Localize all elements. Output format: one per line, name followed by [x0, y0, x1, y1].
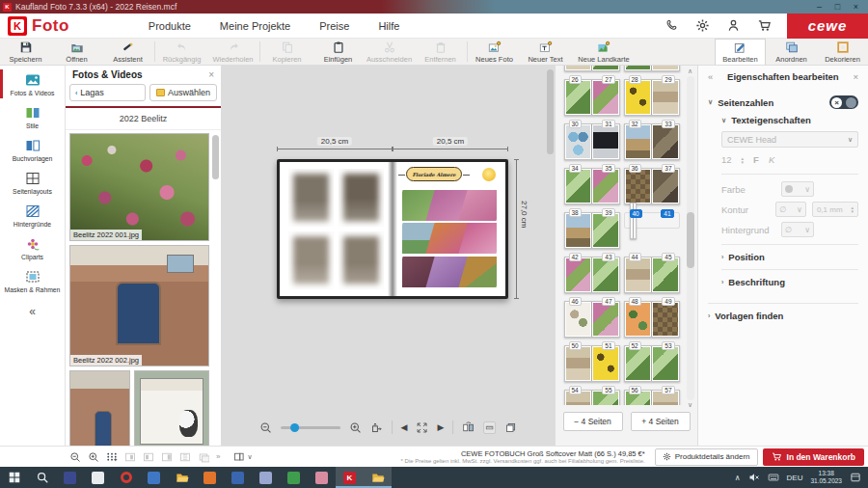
spread-thumbnail-26-27[interactable]: 2627: [564, 79, 620, 116]
next-spread-icon[interactable]: ▶: [438, 422, 445, 432]
folder-open-taskbar-button[interactable]: [364, 467, 392, 488]
paint-taskbar-button[interactable]: [308, 467, 336, 488]
italic-button[interactable]: K: [769, 154, 774, 165]
tray-expand-icon[interactable]: ∧: [735, 474, 741, 482]
sidebar-item-seitenlayouts[interactable]: Seitenlayouts: [0, 166, 65, 199]
page-thumbnail[interactable]: [565, 80, 592, 115]
ruler-icon[interactable]: [483, 421, 496, 434]
find-templates-section[interactable]: Vorlagen finden: [715, 311, 783, 321]
spread-thumbnail-44-45[interactable]: 4445: [624, 257, 680, 293]
outline-width-stepper[interactable]: 0,1 mm▴▾: [812, 202, 858, 217]
add-pages-button[interactable]: + 4 Seiten: [631, 412, 691, 431]
zoom-slider-knob[interactable]: [290, 423, 299, 432]
toolbar-open[interactable]: Öffnen: [51, 39, 102, 65]
view-anordnen[interactable]: Anordnen: [766, 39, 817, 65]
view-dekorieren[interactable]: Dekorieren: [817, 39, 868, 65]
page-thumbnail[interactable]: [592, 169, 619, 203]
page-thumbnail[interactable]: [565, 302, 592, 337]
spread-thumbnail-24-25[interactable]: 2425: [624, 66, 680, 71]
excel-taskbar-button[interactable]: [280, 467, 308, 488]
page-numbers-toggle[interactable]: ×: [829, 95, 858, 109]
thumbnails-zoom-out-icon[interactable]: [69, 451, 81, 463]
menu-produkte[interactable]: Produkte: [149, 20, 191, 32]
page-thumbnail[interactable]: [565, 169, 592, 203]
outline-select[interactable]: ∅∨: [775, 202, 806, 217]
scroll-up-icon[interactable]: ∧: [688, 68, 692, 75]
firefox-taskbar-button[interactable]: [196, 467, 224, 488]
page-thumbnail[interactable]: [652, 124, 679, 159]
start-button[interactable]: [0, 467, 28, 488]
page-thumbnail[interactable]: [652, 66, 679, 70]
toolbar-assistant[interactable]: Assistent: [102, 39, 153, 65]
toolbar-save[interactable]: Speichern: [0, 39, 51, 65]
page-thumbnail[interactable]: [565, 258, 592, 292]
spread-thumbnail-52-53[interactable]: 5253: [624, 345, 680, 382]
spread-thumbnail-56-57[interactable]: 5657: [624, 390, 680, 405]
font-size-value[interactable]: 12: [721, 154, 732, 165]
file-explorer-taskbar-button[interactable]: [168, 467, 196, 488]
close-icon[interactable]: ×: [208, 69, 214, 80]
page-arrangement-icon[interactable]: [462, 421, 475, 434]
menu-preise[interactable]: Preise: [319, 20, 349, 32]
page-thumbnail[interactable]: [652, 80, 679, 115]
spread-thumbnail-40-41[interactable]: 4041: [624, 212, 680, 229]
sort-grid-icon[interactable]: [106, 451, 118, 463]
scroll-down-icon[interactable]: ∨: [688, 401, 692, 409]
fit-page-icon[interactable]: [370, 421, 383, 434]
spread-thumbnail-22-23[interactable]: 2223: [564, 66, 620, 71]
photo-thumbnail[interactable]: Beelitz 202...: [69, 370, 130, 446]
close-button[interactable]: ×: [847, 2, 865, 12]
page-thumbnail[interactable]: [592, 80, 619, 115]
page-thumbnail[interactable]: [652, 346, 679, 381]
word-taskbar-button[interactable]: [224, 467, 252, 488]
spread-thumbnail-54-55[interactable]: 5455: [564, 390, 620, 405]
page-thumbnail[interactable]: [625, 258, 652, 292]
sidebar-item-masken-rahmen[interactable]: Masken & Rahmen: [0, 264, 65, 297]
page-thumbnail[interactable]: [565, 213, 592, 248]
spread-thumbnail-28-29[interactable]: 2829: [624, 79, 680, 116]
mail-blue-taskbar-button[interactable]: [140, 467, 168, 488]
page-thumbnail[interactable]: [592, 124, 619, 159]
page-thumbnail[interactable]: [565, 66, 592, 70]
spread-thumbnail-34-35[interactable]: 3435: [564, 168, 620, 204]
clock[interactable]: 13:3831.05.2023: [810, 470, 842, 485]
text-properties-section[interactable]: Texteigenschaften: [731, 115, 811, 125]
notification-center-icon[interactable]: [850, 472, 861, 483]
previous-spread-icon[interactable]: ◀: [401, 422, 408, 432]
sidebar-item-fotos-videos[interactable]: Fotos & Videos: [0, 68, 65, 100]
background-select[interactable]: ∅∨: [781, 222, 814, 237]
opera-taskbar-button[interactable]: [112, 467, 140, 488]
spread-thumbnail-36-37[interactable]: 3637: [624, 168, 680, 204]
mail-app-taskbar-button[interactable]: [84, 467, 112, 488]
phone-icon[interactable]: [665, 18, 679, 33]
spread-thumbnail-30-31[interactable]: 3031: [564, 123, 620, 160]
sidebar-item-buchvorlagen[interactable]: Buchvorlagen: [0, 133, 65, 166]
spread-thumbnail-48-49[interactable]: 4849: [624, 301, 680, 338]
spread-thumbnail-42-43[interactable]: 4243: [564, 257, 620, 293]
add-to-cart-button[interactable]: In den Warenkorb: [763, 448, 864, 466]
maximize-button[interactable]: □: [828, 2, 847, 12]
photo-amsterdam-2[interactable]: [339, 169, 384, 227]
page-thumbnail[interactable]: [565, 124, 592, 159]
page-thumbnail[interactable]: [592, 302, 619, 337]
sun-clipart[interactable]: [482, 168, 496, 181]
gear-icon[interactable]: [695, 18, 710, 33]
page-thumbnail[interactable]: [625, 124, 652, 159]
toolbar-new-photo[interactable]: Neues Foto: [469, 39, 520, 65]
kaufland-foto-taskbar-button[interactable]: K: [336, 467, 364, 488]
sidebar-item-stile[interactable]: Stile: [0, 100, 65, 133]
book-page-right[interactable]: Floriade Almere: [393, 162, 505, 296]
font-select[interactable]: CEWE Head ∨: [721, 131, 858, 148]
toolbar-new-text[interactable]: Neuer Text: [520, 39, 571, 65]
spread-view-select[interactable]: ∨: [233, 451, 252, 463]
remote-desktop-taskbar-button[interactable]: [56, 467, 84, 488]
remove-pages-button[interactable]: − 4 Seiten: [563, 412, 623, 431]
page-numbers-section[interactable]: Seitenzahlen: [718, 97, 773, 108]
fullscreen-icon[interactable]: [417, 421, 429, 434]
page-thumbnail[interactable]: [652, 302, 679, 337]
page-thumbnail[interactable]: [625, 302, 652, 337]
zoom-slider[interactable]: [281, 426, 340, 429]
page-thumbnail[interactable]: [631, 203, 633, 238]
color-select[interactable]: ∨: [781, 181, 814, 197]
volume-muted-icon[interactable]: [748, 472, 760, 483]
